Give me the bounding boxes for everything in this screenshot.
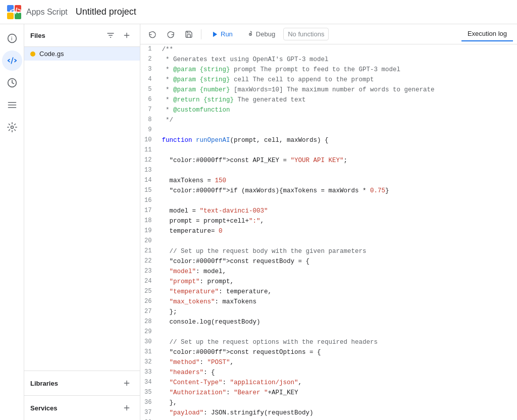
line-number: 38 [140,418,158,420]
line-number: 25 [140,287,158,297]
line-content: "headers": { [158,368,517,378]
sort-files-button[interactable] [104,28,118,42]
table-row: 8 */ [140,115,517,125]
table-row: 5 * @param {number} [maxWords=10] The ma… [140,85,517,95]
line-content: "max_tokens": maxTokens [158,297,517,307]
line-number: 21 [140,246,158,256]
line-content: * @return {string} The generated text [158,95,517,105]
line-content: "payload": JSON.stringify(requestBody) [158,408,517,418]
add-file-button[interactable] [120,28,134,42]
table-row: 20 [140,236,517,246]
libraries-title: Libraries [30,380,58,387]
line-content: model = "text-davinci-003" [158,206,517,216]
line-number: 3 [140,65,158,75]
table-row: 15 "color:#0000ff">if (maxWords){maxToke… [140,186,517,196]
line-content: */ [158,115,517,125]
line-number: 33 [140,368,158,378]
line-number: 34 [140,378,158,388]
code-editor[interactable]: 1/**2 * Generates text using OpenAI's GP… [140,44,517,420]
save-button[interactable] [181,28,197,40]
line-number: 11 [140,145,158,155]
line-number: 16 [140,196,158,206]
table-row: 30 // Set up the request options with th… [140,337,517,347]
table-row: 2 * Generates text using OpenAI's GPT-3 … [140,55,517,65]
libraries-header[interactable]: Libraries [24,371,140,395]
icon-sidebar: i [0,24,24,420]
line-content: // Set up the request options with the r… [158,337,517,347]
line-content [158,236,517,246]
functions-label: No functions [288,30,324,38]
table-row: 18 prompt = prompt+cell+":", [140,216,517,226]
execution-log-tab[interactable]: Execution log [461,27,513,41]
table-row: 12 "color:#0000ff">const API_KEY = "YOUR… [140,155,517,166]
line-number: 2 [140,55,158,65]
line-number: 23 [140,267,158,277]
line-number: 14 [140,176,158,186]
line-number: 15 [140,186,158,196]
table-row: 36 }, [140,398,517,408]
line-content: * @customfunction [158,105,517,115]
logo-area: </> Apps Script [6,4,68,20]
table-row: 3 * @param {string} prompt The prompt to… [140,65,517,75]
line-content: "prompt": prompt, [158,277,517,287]
table-row: 26 "max_tokens": maxTokens [140,297,517,307]
line-number: 13 [140,166,158,176]
line-content: "Content-Type": "application/json", [158,378,517,388]
apps-script-label: Apps Script [26,8,68,17]
table-row: 23 "model": model, [140,267,517,277]
run-button[interactable]: Run [205,28,239,40]
line-number: 10 [140,135,158,145]
redo-button[interactable] [163,28,179,40]
line-number: 5 [140,85,158,95]
table-row: 16 [140,196,517,206]
table-row: 19 temperature= 0 [140,226,517,236]
line-content [158,327,517,337]
line-number: 4 [140,75,158,85]
libraries-section: Libraries [24,371,140,395]
line-content: /** [158,44,517,55]
table-row: 33 "headers": { [140,368,517,378]
line-content: "method": "POST", [158,357,517,368]
functions-dropdown[interactable]: No functions [283,28,329,40]
sidebar-triggers-icon[interactable] [2,73,22,93]
code-table: 1/**2 * Generates text using OpenAI's GP… [140,44,517,420]
debug-button[interactable]: Debug [241,28,281,40]
svg-point-13 [11,126,13,129]
run-label: Run [221,30,233,38]
table-row: 35 "Authorization": "Bearer "+API_KEY [140,388,517,398]
services-title: Services [30,404,58,412]
table-row: 6 * @return {string} The generated text [140,95,517,105]
services-header[interactable]: Services [24,396,140,420]
sidebar-info-icon[interactable]: i [2,28,22,48]
files-title: Files [30,32,45,39]
line-number: 24 [140,277,158,287]
line-content: "color:#0000ff">if (maxWords){maxTokens … [158,186,517,196]
add-library-button[interactable] [120,376,134,390]
table-row: 21 // Set up the request body with the g… [140,246,517,256]
line-content: "color:#0000ff">const API_KEY = "YOUR AP… [158,155,517,166]
file-list: Code.gs [24,47,140,371]
line-number: 37 [140,408,158,418]
main-area: i Files [0,24,517,420]
line-number: 29 [140,327,158,337]
line-content: temperature= 0 [158,226,517,236]
svg-text:i: i [11,35,12,41]
code-body: 1/**2 * Generates text using OpenAI's GP… [140,44,517,420]
sidebar-executions-icon[interactable] [2,95,22,115]
project-title[interactable]: Untitled project [76,7,136,17]
line-number: 9 [140,125,158,135]
table-row: 31 "color:#0000ff">const requestOptions … [140,347,517,357]
file-panel-actions [104,28,134,42]
line-number: 28 [140,317,158,327]
table-row: 11 [140,145,517,155]
sidebar-settings-icon[interactable] [2,117,22,137]
line-number: 12 [140,155,158,166]
line-content: "Authorization": "Bearer "+API_KEY [158,388,517,398]
debug-label: Debug [256,30,275,38]
line-number: 26 [140,297,158,307]
undo-button[interactable] [144,28,161,40]
line-number: 19 [140,226,158,236]
sidebar-code-icon[interactable] [2,50,22,71]
add-service-button[interactable] [120,401,134,415]
file-item-code-gs[interactable]: Code.gs [24,47,140,61]
